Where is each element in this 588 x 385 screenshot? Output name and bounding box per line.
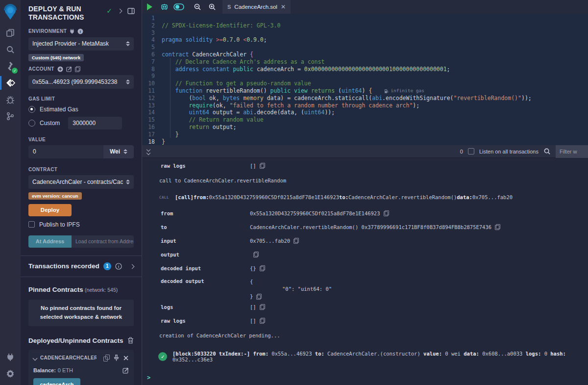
copy-icon[interactable] (384, 210, 389, 216)
copy-icon[interactable] (294, 238, 299, 244)
code-line[interactable]: 2// SPDX-License-Identifier: GPL-3.0 (142, 22, 588, 29)
debugger-icon[interactable] (0, 91, 21, 108)
copy-account-icon[interactable] (75, 66, 80, 72)
code-line[interactable]: 5 (142, 44, 588, 51)
custom-gas-radio[interactable] (28, 120, 35, 127)
code-line[interactable]: 12 (bool ok, bytes memory data) = cadenc… (142, 95, 588, 102)
code-line[interactable]: 1 (142, 15, 588, 22)
contract-select[interactable]: CadenceArchCaler - contracts/Cac (28, 175, 134, 189)
terminal-kv-row[interactable]: decoded input{} (142, 261, 588, 275)
terminal-kv-row[interactable]: from0x55a1320D432759960C5Df0215a8dF78e1E… (142, 206, 588, 220)
code-line[interactable]: 6contract CadenceArchCaler { (142, 51, 588, 58)
ai-assistant-icon[interactable] (157, 0, 172, 14)
estimated-gas-radio[interactable] (28, 106, 35, 113)
code-line[interactable]: 15 // Return random value (142, 116, 588, 124)
terminal-kv-row[interactable]: logs[] (142, 300, 588, 314)
listen-all-checkbox[interactable] (468, 148, 474, 154)
plugin-manager-icon[interactable] (0, 349, 21, 365)
line-number: 8 (142, 66, 162, 73)
code-line[interactable]: 16 return output; (142, 124, 588, 131)
code-line[interactable]: 8 address constant public cadenceArch = … (142, 66, 588, 73)
transactions-recorded-row[interactable]: Transactions recorded 1 (21, 256, 142, 277)
remove-contract-icon[interactable] (123, 355, 129, 361)
publish-ipfs-checkbox[interactable] (28, 221, 35, 228)
code-line[interactable]: 4pragma solidity >=0.7.0 <0.9.0; (142, 36, 588, 44)
value-unit-select[interactable]: Wei (103, 145, 134, 158)
expand-terminal-icon[interactable] (147, 148, 150, 154)
code-line[interactable]: 3 (142, 29, 588, 37)
code-line[interactable]: 14 uint64 output = abi.decode(data, (uin… (142, 109, 588, 116)
remix-logo-icon[interactable] (2, 3, 19, 21)
pin-panel-icon[interactable] (127, 8, 135, 14)
expand-transactions-icon[interactable] (130, 263, 134, 270)
at-address-button[interactable]: At Address (28, 235, 72, 248)
settings-icon[interactable] (0, 365, 21, 382)
terminal-prompt[interactable]: > (147, 374, 150, 381)
copy-icon[interactable] (260, 318, 265, 324)
trash-icon[interactable] (127, 337, 134, 344)
terminal-call-row[interactable]: call[call] from: 0x55a1320D432759960C5Df… (142, 188, 588, 206)
code-line[interactable]: 13 require(ok, "failed to fetch a random… (142, 102, 588, 109)
terminal-text-row[interactable]: call to CadenceArchCaler.revertibleRando… (142, 173, 588, 188)
deploy-run-icon[interactable] (0, 75, 21, 91)
terminal-log[interactable]: raw logs[]call to CadenceArchCaler.rever… (142, 158, 588, 385)
balance-value: 0 ETH (58, 367, 73, 373)
plug-icon[interactable] (70, 28, 74, 34)
custom-gas-input[interactable]: 3000000 (68, 117, 122, 129)
tab-label: CadenceArch.sol (234, 4, 277, 10)
edit-account-icon[interactable] (66, 66, 72, 72)
run-script-button[interactable] (142, 0, 157, 14)
evm-version-badge: evm version: cancun (28, 192, 82, 200)
environment-select[interactable]: Injected Provider - MetaMask (28, 37, 134, 51)
terminal-filter-input[interactable]: Filter w (556, 145, 588, 158)
terminal-search-icon[interactable] (543, 148, 551, 155)
solidity-compiler-icon[interactable]: ✓ (0, 58, 21, 75)
copy-address-icon[interactable] (103, 355, 110, 361)
zoom-out-icon[interactable] (190, 0, 205, 14)
deploy-button[interactable]: Deploy (28, 204, 72, 216)
copy-icon[interactable] (256, 294, 262, 300)
terminal-text-row[interactable]: creation of CadenceArchCaler pending... (142, 328, 588, 343)
git-icon[interactable] (0, 108, 21, 125)
chevron-right-icon[interactable] (118, 7, 122, 14)
terminal-block-row[interactable]: ✓[block:5033220 txIndex:-] from: 0x55a..… (142, 343, 588, 370)
terminal-kv-row[interactable]: input0x705...fab20 (142, 234, 588, 248)
line-number: 13 (142, 102, 162, 109)
terminal-kv-row[interactable]: raw logs[] (142, 314, 588, 328)
code-line[interactable]: 17 } (142, 131, 588, 138)
terminal-kv-row[interactable]: toCadenceArchCaler.revertibleRandom() 0x… (142, 220, 588, 234)
value-input[interactable]: 0 (28, 145, 103, 158)
terminal-kv-row[interactable]: output (142, 248, 588, 261)
at-address-input[interactable]: Load contract from Addres (72, 235, 134, 248)
code-line[interactable]: 7 // Declare Cadence Arch's address as a… (142, 58, 588, 66)
tab-cadencearch-sol[interactable]: S CadenceArch.sol ✕ (222, 0, 291, 14)
close-tab-icon[interactable]: ✕ (281, 3, 286, 10)
info-icon[interactable]: i (77, 28, 83, 34)
account-select[interactable]: 0x55a...46923 (999.9999453238 (28, 75, 134, 89)
file-explorer-icon[interactable] (0, 25, 21, 41)
pending-count: 0 (460, 149, 463, 154)
pin-contract-icon[interactable] (113, 355, 120, 361)
copy-icon[interactable] (260, 163, 265, 169)
code-editor[interactable]: 12// SPDX-License-Identifier: GPL-3.034p… (142, 14, 588, 145)
ai-toggle-icon[interactable] (172, 0, 186, 14)
code-line[interactable]: 18} (142, 138, 588, 145)
network-badge: Custom (545) network (28, 54, 84, 61)
add-account-icon[interactable] (57, 66, 63, 72)
code-line[interactable]: 10 // Function to get a pseudo-random va… (142, 80, 588, 87)
code-line[interactable]: 11 function revertibleRandom() public vi… (142, 87, 588, 95)
call-cadencearch-button[interactable]: cadenceArch (33, 378, 80, 385)
copy-icon[interactable] (260, 304, 265, 310)
copy-icon[interactable] (495, 224, 500, 230)
terminal-kv-block[interactable]: decoded output{"0": "uint64: 0"} (142, 275, 588, 300)
terminal-kv-row[interactable]: raw logs[] (142, 159, 588, 173)
search-icon[interactable] (0, 41, 21, 58)
info-icon[interactable] (115, 263, 122, 270)
copy-icon[interactable] (260, 265, 265, 271)
copy-icon[interactable] (253, 252, 259, 257)
edit-balance-icon[interactable] (122, 367, 129, 374)
panel-title: DEPLOY & RUN TRANSACTIONS (28, 5, 102, 22)
zoom-in-icon[interactable] (205, 0, 220, 14)
collapse-contract-icon[interactable] (33, 355, 37, 361)
code-line[interactable]: 9 (142, 73, 588, 80)
